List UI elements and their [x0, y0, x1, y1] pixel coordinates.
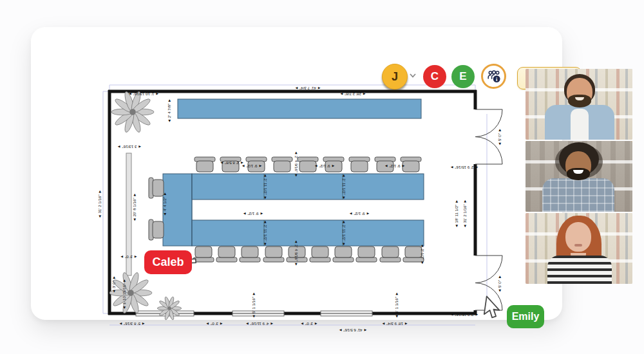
svg-text:◄ 3' 0" ►: ◄ 3' 0" ► [300, 322, 318, 326]
video-participant-2-active[interactable] [526, 141, 632, 212]
people-info-icon: i [486, 69, 502, 84]
participant-1-portrait [526, 69, 632, 140]
svg-text:◄ 3' 0" ►: ◄ 3' 0" ► [205, 322, 223, 326]
svg-text:◄ 5' 1 1/16" ►: ◄ 5' 1 1/16" ► [394, 292, 399, 318]
svg-text:◄ 9' 1/2" ►: ◄ 9' 1/2" ► [349, 212, 370, 216]
svg-text:◄ 2' 11 1/2" ►: ◄ 2' 11 1/2" ► [342, 220, 346, 247]
svg-text:◄ 5' 8 3/16" ►: ◄ 5' 8 3/16" ► [118, 322, 145, 326]
avatar-e[interactable]: E [451, 65, 475, 88]
svg-text:◄ 5' 0" ►: ◄ 5' 0" ► [497, 275, 502, 293]
svg-text:◄ 31' 2 1/16" ►: ◄ 31' 2 1/16" ► [462, 200, 467, 228]
cursor-label-emily: Emily [507, 305, 544, 328]
cursor-label-caleb: Caleb [144, 250, 192, 274]
svg-text:◄ 3 13/16" ►: ◄ 3 13/16" ► [117, 145, 142, 149]
dimension-lines [103, 85, 487, 325]
svg-text:◄ 18' 9 3/4" ►: ◄ 18' 9 3/4" ► [381, 322, 408, 326]
emily-cursor-icon [482, 295, 508, 321]
chevron-down-icon[interactable] [408, 71, 417, 80]
svg-text:◄ 3' 0" ►: ◄ 3' 0" ► [120, 255, 138, 259]
svg-text:◄ 41' 7 3/4" ►: ◄ 41' 7 3/4" ► [294, 86, 321, 91]
participant-2-portrait [526, 141, 632, 212]
svg-text:◄ 28' 2 7/8" ►: ◄ 28' 2 7/8" ► [339, 92, 366, 97]
svg-text:◄ 2' 11 1/2" ►: ◄ 2' 11 1/2" ► [263, 220, 268, 247]
svg-text:◄ 4' 9 11/16" ►: ◄ 4' 9 11/16" ► [245, 322, 274, 326]
svg-text:◄ 2' 9 15/16" ►: ◄ 2' 9 15/16" ► [450, 313, 479, 317]
document-canvas[interactable]: ◄ 41' 7 3/4" ►◄ 28' 2 7/8" ►◄ 1' 10 13/1… [31, 27, 562, 320]
conference-table[interactable] [163, 174, 424, 246]
svg-text:◄ 2' 1/2" ►: ◄ 2' 1/2" ► [421, 244, 425, 265]
svg-text:◄ 20' 8 1/16" ►: ◄ 20' 8 1/16" ► [132, 193, 137, 222]
svg-text:◄ 2' 4 9/16" ►: ◄ 2' 4 9/16" ► [294, 151, 299, 177]
svg-text:◄ 5' 0" ►: ◄ 5' 0" ► [497, 128, 502, 146]
svg-text:◄ 3' 0" ►: ◄ 3' 0" ► [111, 275, 116, 293]
svg-text:◄ 9' 1/2" ►: ◄ 9' 1/2" ► [384, 164, 406, 169]
svg-text:◄ 9' 1/2" ►: ◄ 9' 1/2" ► [243, 212, 264, 216]
svg-text:◄ 31' 2 1/16" ►: ◄ 31' 2 1/16" ► [97, 190, 102, 219]
participant-3-portrait [526, 213, 632, 284]
video-call-strip [526, 69, 632, 285]
svg-text:◄ 5' 1 1/16" ►: ◄ 5' 1 1/16" ► [251, 292, 256, 318]
svg-text:◄ 9' 1/2" ►: ◄ 9' 1/2" ► [242, 164, 263, 169]
svg-text:◄ 1' 10 15/16" ►: ◄ 1' 10 15/16" ► [122, 279, 126, 310]
video-participant-1[interactable] [526, 69, 632, 140]
svg-text:◄ 2' 9 15/16" ►: ◄ 2' 9 15/16" ► [450, 165, 479, 170]
video-participant-3[interactable] [526, 213, 632, 284]
svg-text:◄ 4' 4 1/2" ►: ◄ 4' 4 1/2" ► [162, 192, 167, 216]
floorplan-svg[interactable]: ◄ 41' 7 3/4" ►◄ 28' 2 7/8" ►◄ 1' 10 13/1… [95, 82, 514, 333]
dimension-labels: ◄ 41' 7 3/4" ►◄ 28' 2 7/8" ►◄ 1' 10 13/1… [97, 86, 502, 333]
svg-text:◄ 1' 10 13/16" ►: ◄ 1' 10 13/16" ► [128, 92, 159, 97]
avatar-j[interactable]: J [382, 64, 408, 89]
svg-text:◄ 2' 11 1/2" ►: ◄ 2' 11 1/2" ► [342, 174, 346, 200]
canvas-background: ◄ 41' 7 3/4" ►◄ 28' 2 7/8" ►◄ 1' 10 13/1… [0, 0, 644, 354]
svg-text:◄ 9' 1/2" ►: ◄ 9' 1/2" ► [314, 164, 336, 169]
svg-text:◄ 18' 11 1/2" ►: ◄ 18' 11 1/2" ► [454, 200, 459, 228]
counter-table[interactable] [178, 99, 421, 118]
svg-text:◄ 2' 4 7/8" ►: ◄ 2' 4 7/8" ► [167, 98, 171, 123]
svg-text:◄ 2' 11 1/2" ►: ◄ 2' 11 1/2" ► [263, 174, 268, 200]
avatar-c[interactable]: C [423, 65, 446, 88]
svg-text:◄ 41' 6 5/16" ►: ◄ 41' 6 5/16" ► [339, 328, 368, 333]
svg-text:◄ 2' 4 9/16" ►: ◄ 2' 4 9/16" ► [294, 239, 299, 266]
collaborators-info-button[interactable]: i [481, 64, 506, 89]
svg-text:◄ 2' 8 5/8" ►: ◄ 2' 8 5/8" ► [220, 161, 244, 165]
